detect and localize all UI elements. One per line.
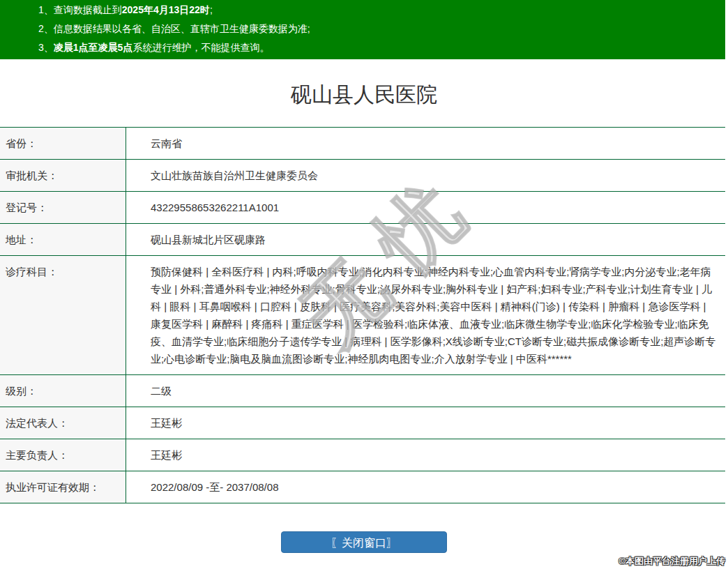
row-label: 法定代表人： — [0, 407, 126, 439]
notice-line-1: 1、查询数据截止到2025年4月13日22时; — [0, 1, 725, 20]
hospital-info-table: 省份： 云南省 审批机关： 文山壮族苗族自治州卫生健康委员会 登记号： 4322… — [0, 127, 725, 503]
notice-number: 3、 — [38, 42, 54, 53]
row-label: 地址： — [0, 224, 126, 255]
row-label: 执业许可证有效期： — [0, 471, 126, 503]
row-label: 省份： — [0, 128, 126, 159]
notice-text: 查询数据截止到 — [54, 4, 122, 15]
notice-bold-text: 2025年4月13日22时 — [122, 4, 210, 15]
notice-number: 2、 — [38, 23, 54, 34]
row-value: 43229558653262211A1001 — [126, 192, 725, 223]
row-value: 二级 — [126, 375, 725, 407]
table-row-province: 省份： 云南省 — [0, 128, 725, 160]
notice-bold-text: 凌晨1点至凌晨5点 — [54, 42, 133, 53]
page-title: 砚山县人民医院 — [0, 79, 728, 110]
row-label: 主要负责人： — [0, 439, 126, 471]
notice-number: 1、 — [38, 4, 54, 15]
row-label: 级别： — [0, 375, 126, 407]
row-value: 王廷彬 — [126, 407, 725, 439]
notice-text: ; — [210, 4, 213, 15]
row-label: 审批机关： — [0, 160, 126, 191]
close-window-button[interactable]: 〖关闭窗口〗 — [281, 531, 447, 553]
row-label: 诊疗科目： — [0, 256, 126, 374]
row-value: 砚山县新城北片区砚康路 — [126, 224, 725, 255]
row-value: 文山壮族苗族自治州卫生健康委员会 — [126, 160, 725, 191]
table-row-address: 地址： 砚山县新城北片区砚康路 — [0, 224, 725, 256]
row-value: 王廷彬 — [126, 439, 725, 471]
row-value: 2022/08/09 -至- 2037/08/08 — [126, 471, 725, 503]
table-row-registration-number: 登记号： 43229558653262211A1001 — [0, 192, 725, 224]
row-label: 登记号： — [0, 192, 126, 223]
table-row-approval-authority: 审批机关： 文山壮族苗族自治州卫生健康委员会 — [0, 160, 725, 192]
notice-text: 信息数据结果以各省、自治区、直辖市卫生健康委数据为准; — [54, 23, 310, 34]
table-row-departments: 诊疗科目： 预防保健科 | 全科医疗科 | 内科;呼吸内科专业;消化内科专业;神… — [0, 256, 725, 375]
row-value: 云南省 — [126, 128, 725, 159]
hospital-info-page: 1、查询数据截止到2025年4月13日22时; 2、信息数据结果以各省、自治区、… — [0, 0, 728, 569]
row-value: 预防保健科 | 全科医疗科 | 内科;呼吸内科专业;消化内科专业;神经内科专业;… — [126, 256, 725, 374]
notice-line-2: 2、信息数据结果以各省、自治区、直辖市卫生健康委数据为准; — [0, 20, 725, 38]
table-row-legal-representative: 法定代表人： 王廷彬 — [0, 407, 725, 439]
notice-banner: 1、查询数据截止到2025年4月13日22时; 2、信息数据结果以各省、自治区、… — [0, 0, 725, 59]
table-row-principal: 主要负责人： 王廷彬 — [0, 439, 725, 471]
table-row-license-validity: 执业许可证有效期： 2022/08/09 -至- 2037/08/08 — [0, 471, 725, 503]
notice-text: 系统进行维护，不能提供查询。 — [132, 42, 269, 53]
table-row-level: 级别： 二级 — [0, 375, 725, 407]
copyright-overlay: ©本图由平台注册用户上传 — [619, 555, 725, 568]
notice-line-3: 3、凌晨1点至凌晨5点系统进行维护，不能提供查询。 — [0, 38, 725, 57]
